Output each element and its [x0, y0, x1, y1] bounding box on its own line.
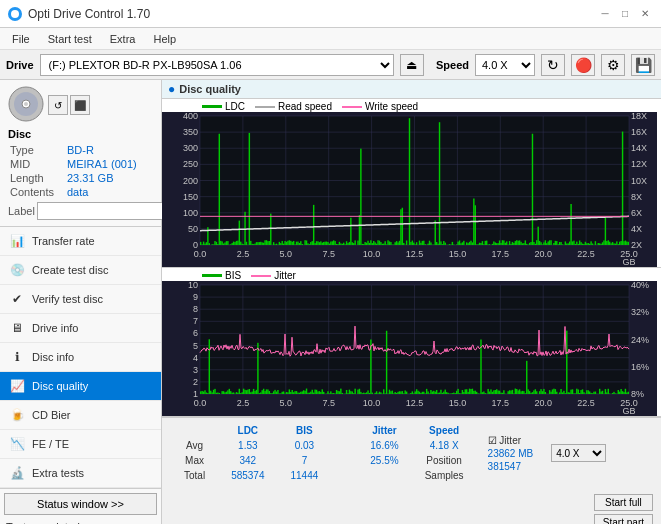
menu-file[interactable]: File: [4, 31, 38, 47]
stats-total-ldc: 585374: [219, 469, 276, 482]
stats-max-ldc: 342: [219, 454, 276, 467]
speed-select[interactable]: 4.0 X: [475, 54, 535, 76]
read-speed-legend: Read speed: [278, 101, 332, 112]
nav-create-test-disc[interactable]: 💿 Create test disc: [0, 256, 161, 285]
bottom-chart-section: BIS Jitter: [162, 268, 661, 417]
create-test-disc-label: Create test disc: [32, 264, 108, 276]
eject-button[interactable]: ⏏: [400, 54, 424, 76]
nav-extra-tests[interactable]: 🔬 Extra tests: [0, 459, 161, 488]
stats-max-position-label: Position: [413, 454, 476, 467]
cd-bier-icon: 🍺: [8, 406, 26, 424]
app-icon: [8, 7, 22, 21]
jitter-legend: Jitter: [274, 270, 296, 281]
burn-button[interactable]: 🔴: [571, 54, 595, 76]
chart-header: ● Disc quality: [162, 80, 661, 99]
stats-area: LDC BIS Jitter Speed Avg 1.53 0: [162, 417, 661, 524]
stats-table: LDC BIS Jitter Speed Avg 1.53 0: [170, 422, 478, 484]
maximize-button[interactable]: □: [617, 6, 633, 22]
disc-info-icon: ℹ: [8, 348, 26, 366]
nav-disc-quality[interactable]: 📈 Disc quality: [0, 372, 161, 401]
stats-max-bis: 7: [279, 454, 331, 467]
speed-label: Speed: [436, 59, 469, 71]
nav-fe-te[interactable]: 📉 FE / TE: [0, 430, 161, 459]
chart-area: ● Disc quality LDC Read speed: [162, 80, 661, 524]
stats-max-label: Max: [172, 454, 217, 467]
disc-length-label: Length: [10, 172, 65, 184]
menubar: File Start test Extra Help: [0, 28, 661, 50]
cd-bier-label: CD Bier: [32, 409, 71, 421]
transfer-rate-icon: 📊: [8, 232, 26, 250]
disc-label-text: Label: [8, 205, 35, 217]
transfer-rate-label: Transfer rate: [32, 235, 95, 247]
disc-panel: ↺ ⬛ Disc Type BD-R MID MEIRA1 (001): [0, 80, 161, 227]
ldc-legend: LDC: [225, 101, 245, 112]
speed-stat-select[interactable]: 4.0 X: [551, 444, 606, 462]
disc-btn-2[interactable]: ⬛: [70, 95, 90, 115]
disc-info-label: Disc info: [32, 351, 74, 363]
verify-test-disc-icon: ✔: [8, 290, 26, 308]
disc-type-value: BD-R: [67, 144, 151, 156]
jitter-label: Jitter: [499, 435, 521, 446]
stats-col-ldc: LDC: [219, 424, 276, 437]
drivebar: Drive (F:) PLEXTOR BD-R PX-LB950SA 1.06 …: [0, 50, 661, 80]
close-button[interactable]: ✕: [637, 6, 653, 22]
settings-button[interactable]: ⚙: [601, 54, 625, 76]
disc-quality-icon: 📈: [8, 377, 26, 395]
nav-cd-bier[interactable]: 🍺 CD Bier: [0, 401, 161, 430]
disc-type-label: Type: [10, 144, 65, 156]
create-test-disc-icon: 💿: [8, 261, 26, 279]
nav-drive-info[interactable]: 🖥 Drive info: [0, 314, 161, 343]
drive-info-label: Drive info: [32, 322, 78, 334]
save-button[interactable]: 💾: [631, 54, 655, 76]
stats-col-empty: [172, 424, 217, 437]
nav-disc-info[interactable]: ℹ Disc info: [0, 343, 161, 372]
status-text: Test completed: [0, 519, 161, 524]
disc-length-value: 23.31 GB: [67, 172, 151, 184]
drive-info-icon: 🖥: [8, 319, 26, 337]
stats-col-jitter: [332, 424, 356, 437]
refresh-button[interactable]: ↻: [541, 54, 565, 76]
menu-start-test[interactable]: Start test: [40, 31, 100, 47]
disc-mid-value: MEIRA1 (001): [67, 158, 151, 170]
extra-tests-icon: 🔬: [8, 464, 26, 482]
disc-label-header: Disc: [8, 128, 153, 140]
jitter-checkbox[interactable]: ☑: [488, 435, 497, 446]
menu-extra[interactable]: Extra: [102, 31, 144, 47]
position-value: 23862 MB: [488, 448, 534, 459]
stats-avg-bis: 0.03: [279, 439, 331, 452]
app-title: Opti Drive Control 1.70: [28, 7, 150, 21]
chart-title: Disc quality: [179, 83, 241, 95]
stats-total-label: Total: [172, 469, 217, 482]
disc-contents-label: Contents: [10, 186, 65, 198]
status-window-button[interactable]: Status window >>: [4, 493, 157, 515]
disc-btn-1[interactable]: ↺: [48, 95, 68, 115]
start-part-button[interactable]: Start part: [594, 514, 653, 524]
nav-verify-test-disc[interactable]: ✔ Verify test disc: [0, 285, 161, 314]
write-speed-legend: Write speed: [365, 101, 418, 112]
menu-help[interactable]: Help: [145, 31, 184, 47]
stats-avg-jitter: 16.6%: [358, 439, 410, 452]
sidebar: ↺ ⬛ Disc Type BD-R MID MEIRA1 (001): [0, 80, 162, 524]
disc-label-input[interactable]: [37, 202, 170, 220]
stats-max-jitter: 25.5%: [358, 454, 410, 467]
stats-col-speed: Speed: [413, 424, 476, 437]
minimize-button[interactable]: ─: [597, 6, 613, 22]
verify-test-disc-label: Verify test disc: [32, 293, 103, 305]
stats-avg-ldc: 1.53: [219, 439, 276, 452]
fe-te-label: FE / TE: [32, 438, 69, 450]
samples-value: 381547: [488, 461, 534, 472]
bis-legend: BIS: [225, 270, 241, 281]
titlebar: Opti Drive Control 1.70 ─ □ ✕: [0, 0, 661, 28]
fe-te-icon: 📉: [8, 435, 26, 453]
drive-label: Drive: [6, 59, 34, 71]
disc-contents-value: data: [67, 186, 151, 198]
stats-avg-label: Avg: [172, 439, 217, 452]
stats-avg-speed: 4.18 X: [413, 439, 476, 452]
disc-mid-label: MID: [10, 158, 65, 170]
stats-col-bis: BIS: [279, 424, 331, 437]
extra-tests-label: Extra tests: [32, 467, 84, 479]
svg-point-4: [24, 102, 28, 106]
start-full-button[interactable]: Start full: [594, 494, 653, 511]
nav-transfer-rate[interactable]: 📊 Transfer rate: [0, 227, 161, 256]
drive-select[interactable]: (F:) PLEXTOR BD-R PX-LB950SA 1.06: [40, 54, 394, 76]
